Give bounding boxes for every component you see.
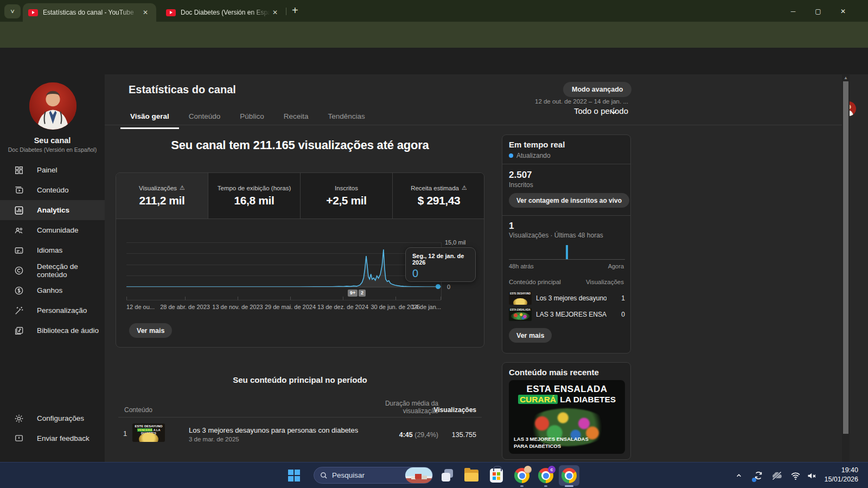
tab-receita[interactable]: Receita: [274, 108, 318, 129]
period-selector[interactable]: Todo o período: [484, 106, 628, 115]
warning-icon: ⚠: [462, 184, 467, 191]
channel-handle: Doc Diabetes (Versión en Español): [0, 146, 105, 153]
tab-conteudo[interactable]: Conteúdo: [179, 108, 231, 129]
new-tab-button[interactable]: +: [292, 4, 298, 17]
sidebar-item-configuracoes[interactable]: Configurações: [0, 408, 105, 428]
metric-visualizacoes[interactable]: Visualizações⚠ 211,2 mil: [116, 173, 208, 219]
tooltip-date: Seg., 12 de jan. de 2026: [412, 253, 469, 266]
sidebar-item-personalizacao[interactable]: Personalização: [0, 300, 105, 320]
chrome-icon: [514, 468, 529, 483]
copyright-icon: [14, 265, 24, 276]
recent-video-thumbnail[interactable]: ESTA ENSALADA CURARÁ LA DIABETES LAS 3 M…: [509, 380, 625, 454]
sidebar-item-comunidade[interactable]: Comunidade: [0, 220, 105, 240]
metric-value: +2,5 mil: [326, 194, 366, 207]
window-close-button[interactable]: ✕: [831, 5, 855, 17]
chrome-profile2-button[interactable]: c: [538, 468, 553, 483]
file-explorer-button[interactable]: [464, 468, 479, 483]
tab-search-button[interactable]: ˅: [4, 4, 21, 18]
sync-tray-icon[interactable]: [751, 468, 766, 483]
column-header-content[interactable]: Conteúdo: [124, 406, 152, 414]
see-more-button[interactable]: Ver mais: [509, 328, 552, 343]
video-thumbnail: ESTE DESAYUNO: [509, 292, 532, 305]
thumb-text: ESTA ENSALADA: [509, 384, 625, 395]
subtitles-icon: [14, 245, 24, 256]
video-thumbnail[interactable]: ESTE DESAYUNO VENCERÁ A LA DIABETES: [132, 423, 165, 442]
advanced-mode-button[interactable]: Modo avançado: [563, 82, 631, 97]
chrome-profile1-button[interactable]: [514, 468, 529, 483]
tabs-divider: [105, 125, 842, 125]
browser-viewport: Seu canal Doc Diabetes (Versión en Españ…: [0, 74, 868, 462]
column-header-views[interactable]: Visualizações: [395, 406, 476, 414]
spark-baseline: [509, 259, 625, 260]
overflow-badge[interactable]: 2: [359, 290, 366, 297]
see-more-button[interactable]: Ver mais: [129, 323, 172, 338]
list-header-content: Conteúdo principal: [509, 279, 561, 285]
sidebar-item-label: Personalização: [37, 306, 87, 314]
divider: [502, 164, 630, 164]
tray-chevron-button[interactable]: [731, 468, 746, 483]
sidebar-item-biblioteca[interactable]: Biblioteca de áudio: [0, 320, 105, 341]
sidebar-item-painel[interactable]: Painel: [0, 160, 105, 180]
chevron-down-icon[interactable]: [608, 107, 619, 118]
audio-library-icon: [14, 325, 24, 336]
video-date: 3 de mar. de 2025: [189, 436, 239, 442]
tab-close-icon[interactable]: ✕: [143, 9, 148, 16]
sidebar-item-ganhos[interactable]: Ganhos: [0, 280, 105, 300]
baseline: [126, 287, 441, 287]
page-title: Estatísticas do canal: [129, 84, 236, 96]
video-title[interactable]: Los 3 mejores desayunos para personas co…: [189, 426, 358, 434]
dollar-icon: [14, 285, 24, 296]
x-axis-label: 29 de mai. de 2024: [265, 304, 316, 310]
x-tick: [441, 297, 441, 300]
channel-avatar[interactable]: [29, 82, 76, 130]
sidebar-item-feedback[interactable]: Enviar feedback: [0, 428, 105, 448]
running-indicator: [520, 485, 524, 487]
browser-tab-inactive[interactable]: Doc Diabetes (Versión en Españ ✕: [161, 3, 283, 22]
tab-publico[interactable]: Público: [230, 108, 273, 129]
chrome-active-window-button[interactable]: [559, 465, 579, 486]
chevron-up-icon: [735, 471, 743, 480]
x-axis-line: [126, 300, 441, 300]
window-maximize-button[interactable]: ▢: [806, 5, 830, 17]
microsoft-store-button[interactable]: [489, 468, 504, 483]
page-scrollbar[interactable]: ▲: [842, 74, 850, 462]
y-axis-min-label: 0: [447, 284, 450, 290]
taskbar-clock[interactable]: 19:40 15/01/2026: [797, 466, 858, 484]
sidebar-item-conteudo[interactable]: Conteúdo: [0, 180, 105, 200]
realtime-video-row[interactable]: ESTA ENSALADA LAS 3 MEJORES ENSALADAS...…: [509, 307, 625, 322]
realtime-views: 1: [509, 221, 514, 232]
onedrive-paused-icon[interactable]: [769, 468, 784, 483]
window-minimize-button[interactable]: ─: [781, 5, 805, 17]
x-tick: [290, 297, 291, 300]
sidebar-item-idiomas[interactable]: Idiomas: [0, 240, 105, 260]
x-tick: [343, 297, 343, 300]
metric-receita[interactable]: Receita estimada⚠ $ 291,43: [393, 173, 484, 219]
video-title: LAS 3 MEJORES ENSALADAS...: [536, 311, 607, 318]
sidebar-item-deteccao[interactable]: Detecção de conteúdo: [0, 260, 105, 280]
tab-close-icon[interactable]: ✕: [272, 9, 278, 16]
browser-tab-active[interactable]: Estatísticas do canal - YouTube ✕: [23, 3, 156, 22]
realtime-title: Em tempo real: [509, 140, 565, 149]
metric-value: 211,2 mil: [139, 194, 185, 207]
views-line-chart[interactable]: [126, 242, 441, 287]
divider: [502, 215, 630, 216]
video-views: 0: [621, 311, 625, 318]
tab-visao-geral[interactable]: Visão geral: [120, 108, 179, 129]
thumb-caption: LAS 3 MEJORES ENSALADAS PARA DIABÉTICOS: [514, 436, 601, 450]
realtime-card: Em tempo real Atualizando 2.507 Inscrito…: [502, 134, 631, 354]
start-button[interactable]: [286, 468, 302, 483]
weather-widget-icon[interactable]: [405, 467, 432, 483]
sidebar-item-analytics[interactable]: Analytics: [0, 200, 105, 220]
realtime-video-row[interactable]: ESTE DESAYUNO Los 3 mejores desayunos pa…: [509, 291, 625, 305]
metric-inscritos[interactable]: Inscritos +2,5 mil: [301, 173, 393, 219]
scrollbar-thumb[interactable]: [843, 81, 848, 434]
x-tick: [395, 297, 396, 300]
taskbar-search-input[interactable]: [332, 471, 392, 479]
scroll-up-icon[interactable]: ▲: [843, 75, 848, 80]
metric-tempo-exibicao[interactable]: Tempo de exibição (horas) 16,8 mil: [208, 173, 301, 219]
tab-tendencias[interactable]: Tendências: [318, 108, 374, 129]
live-count-button[interactable]: Ver contagem de inscritos ao vivo: [509, 193, 629, 208]
overflow-badge[interactable]: 9+: [348, 290, 358, 297]
video-title: Los 3 mejores desayunos par...: [536, 294, 607, 302]
task-view-button[interactable]: [440, 468, 455, 483]
